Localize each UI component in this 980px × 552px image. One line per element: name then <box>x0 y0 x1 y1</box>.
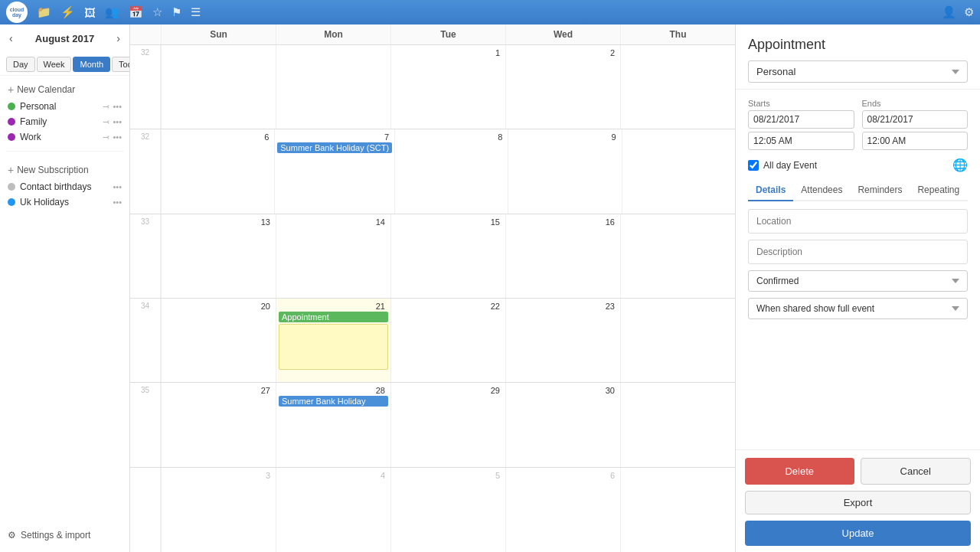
cal-cell-1-tue[interactable]: 1 <box>390 45 505 129</box>
calendar-select[interactable]: Personal Family Work <box>748 60 968 83</box>
holidays-more-icon[interactable]: ••• <box>113 198 122 207</box>
cancel-button[interactable]: Cancel <box>861 458 972 485</box>
cal-cell-4-tue[interactable]: 22 <box>390 299 505 382</box>
status-select[interactable]: Confirmed Tentative Cancelled <box>748 270 968 292</box>
new-calendar-button[interactable]: + New Calendar <box>6 80 123 99</box>
cal-cell-2-sun[interactable]: 6 <box>161 129 274 213</box>
today-button[interactable]: Today <box>112 57 130 72</box>
cal-cell-3-wed[interactable]: 16 <box>505 214 620 298</box>
app-logo[interactable]: cloudday <box>6 2 28 23</box>
family-more-icon[interactable]: ••• <box>113 117 122 127</box>
cal-cell-2-thu[interactable] <box>622 129 735 213</box>
privacy-select[interactable]: When shared show full event When shared … <box>748 298 968 319</box>
star-icon[interactable]: ☆ <box>152 5 162 19</box>
appointment-block[interactable] <box>279 324 388 370</box>
calendar-grid-body: 32 1 2 32 6 7 Summer Bank Holiday (SCT) … <box>130 45 735 552</box>
day-header-mon: Mon <box>276 24 390 44</box>
footer-row-1: Delete Cancel <box>736 458 980 491</box>
holidays-label: Uk Holidays <box>20 197 113 207</box>
export-button[interactable]: Export <box>745 491 971 514</box>
personal-more-icon[interactable]: ••• <box>113 102 122 112</box>
cal-cell-1-thu[interactable] <box>620 45 735 129</box>
personal-dot <box>8 103 15 110</box>
folder-icon[interactable]: 📁 <box>37 5 51 19</box>
cal-cell-3-thu[interactable] <box>620 214 735 298</box>
cal-cell-5-sun[interactable]: 27 <box>161 383 276 466</box>
ends-time-input[interactable] <box>862 132 969 150</box>
cal-cell-3-mon[interactable]: 14 <box>276 214 390 298</box>
menu-icon[interactable]: ☰ <box>191 5 201 19</box>
cal-cell-1-mon[interactable] <box>276 45 390 129</box>
ends-date-input[interactable] <box>862 110 969 129</box>
family-label: Family <box>20 116 103 127</box>
cal-cell-6-sun[interactable]: 3 <box>161 468 276 552</box>
globe-icon[interactable]: 🌐 <box>952 158 968 172</box>
month-view-button[interactable]: Month <box>73 57 110 72</box>
next-month-button[interactable]: › <box>113 31 123 46</box>
delete-button[interactable]: Delete <box>745 458 854 485</box>
calendar-birthdays[interactable]: Contact birthdays ••• <box>6 179 123 194</box>
cal-cell-5-mon[interactable]: 28 Summer Bank Holiday <box>276 383 390 466</box>
cal-cell-5-thu[interactable] <box>620 383 735 466</box>
work-share-icon[interactable]: ⤙ <box>103 132 109 142</box>
flag-icon[interactable]: ⚑ <box>172 5 181 19</box>
day-view-button[interactable]: Day <box>6 57 35 72</box>
tab-reminders[interactable]: Reminders <box>850 180 910 201</box>
cal-cell-5-tue[interactable]: 29 <box>390 383 505 466</box>
event-appointment[interactable]: Appointment <box>279 312 388 322</box>
image-icon[interactable]: 🖼 <box>84 6 96 19</box>
starts-label: Starts <box>748 99 854 108</box>
personal-share-icon[interactable]: ⤙ <box>103 102 109 112</box>
cal-cell-1-wed[interactable]: 2 <box>505 45 620 129</box>
calendar-holidays[interactable]: Uk Holidays ••• <box>6 194 123 210</box>
cal-cell-1-sun[interactable] <box>161 45 276 129</box>
cal-cell-2-tue[interactable]: 8 <box>394 129 508 213</box>
cal-cell-4-mon[interactable]: 21 Appointment <box>276 299 390 382</box>
event-summer-bank[interactable]: Summer Bank Holiday <box>279 396 388 407</box>
calendar-work[interactable]: Work ⤙ ••• <box>6 129 123 145</box>
calendar-icon[interactable]: 📅 <box>129 5 143 19</box>
person-icon[interactable]: 👤 <box>942 5 956 19</box>
new-subscription-button[interactable]: + New Subscription <box>6 161 123 179</box>
cal-cell-4-thu[interactable] <box>620 299 735 382</box>
new-subscription-label: New Subscription <box>17 165 88 175</box>
cal-cell-3-tue[interactable]: 15 <box>390 214 505 298</box>
prev-month-button[interactable]: ‹ <box>6 31 16 46</box>
settings-import-button[interactable]: ⚙ Settings & import <box>0 526 129 544</box>
allday-label: All day Event <box>763 160 817 171</box>
cal-cell-2-mon[interactable]: 7 Summer Bank Holiday (SCT) <box>274 129 394 213</box>
tab-repeating[interactable]: Repeating <box>910 180 967 201</box>
description-input[interactable] <box>748 240 968 264</box>
calendar-row-6: 3 4 5 6 <box>130 468 735 552</box>
cal-cell-5-wed[interactable]: 30 <box>505 383 620 466</box>
people-icon[interactable]: 👥 <box>105 5 119 19</box>
lightning-icon[interactable]: ⚡ <box>60 5 75 19</box>
cal-cell-4-sun[interactable]: 20 <box>161 299 276 382</box>
other-calendars-section: + New Subscription Contact birthdays •••… <box>0 156 129 211</box>
week-view-button[interactable]: Week <box>37 57 72 72</box>
cal-cell-6-wed[interactable]: 6 <box>505 468 620 552</box>
gear-icon[interactable]: ⚙ <box>964 5 974 19</box>
calendar-family[interactable]: Family ⤙ ••• <box>6 114 123 129</box>
calendar-personal[interactable]: Personal ⤙ ••• <box>6 99 123 114</box>
cal-cell-2-wed[interactable]: 9 <box>508 129 621 213</box>
tab-details[interactable]: Details <box>748 180 793 201</box>
settings-icon: ⚙ <box>8 530 16 541</box>
cal-cell-6-thu[interactable] <box>620 468 735 552</box>
tab-attendees[interactable]: Attendees <box>793 180 850 201</box>
starts-date-input[interactable] <box>748 110 854 129</box>
cal-cell-6-mon[interactable]: 4 <box>276 468 390 552</box>
update-button[interactable]: Update <box>745 521 971 546</box>
event-summer-bank-sct[interactable]: Summer Bank Holiday (SCT) <box>277 142 392 153</box>
cal-cell-3-sun[interactable]: 13 <box>161 214 276 298</box>
cal-cell-4-wed[interactable]: 23 <box>505 299 620 382</box>
location-input[interactable] <box>748 209 968 234</box>
allday-checkbox[interactable] <box>748 160 759 171</box>
family-share-icon[interactable]: ⤙ <box>103 117 109 127</box>
cal-cell-6-tue[interactable]: 5 <box>390 468 505 552</box>
starts-time-input[interactable] <box>748 132 854 150</box>
holidays-actions: ••• <box>113 198 122 207</box>
work-more-icon[interactable]: ••• <box>113 132 122 142</box>
birthdays-more-icon[interactable]: ••• <box>113 182 122 191</box>
event-edit-panel: Appointment Personal Family Work Starts … <box>735 24 980 552</box>
